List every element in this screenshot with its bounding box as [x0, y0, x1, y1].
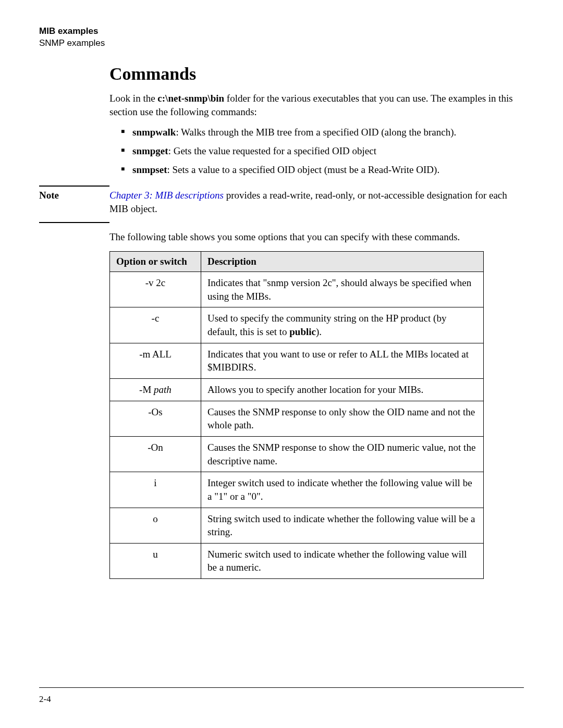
desc-cell: Allows you to specify another location f…	[201, 379, 484, 401]
cmd-name: snmpget	[132, 145, 168, 156]
desc-cell: Indicates that "snmp version 2c", should…	[201, 272, 484, 307]
table-row: o String switch used to indicate whether…	[110, 508, 484, 543]
options-table: Option or switch Description -v 2c Indic…	[109, 251, 484, 579]
header-title: MIB examples	[39, 26, 524, 36]
note-text: Chapter 3: MIB descriptions provides a r…	[109, 186, 524, 223]
cmd-name: snmpwalk	[132, 127, 176, 138]
note-link[interactable]: Chapter 3: MIB descriptions	[109, 190, 224, 201]
opt-cell: -v 2c	[110, 272, 201, 307]
desc-cell: Indicates that you want to use or refer …	[201, 343, 484, 378]
note-label: Note	[39, 190, 59, 201]
table-row: -c Used to specify the community string …	[110, 307, 484, 343]
table-row: -v 2c Indicates that "snmp version 2c", …	[110, 272, 484, 307]
opt-cell: -Os	[110, 401, 201, 436]
section-heading: Commands	[109, 64, 524, 84]
header-subtitle: SNMP examples	[39, 38, 524, 48]
list-item: snmpset: Sets a value to a specified OID…	[121, 163, 524, 177]
opt-cell: -M path	[110, 379, 201, 401]
table-row: -On Causes the SNMP response to show the…	[110, 436, 484, 472]
cmd-desc: : Walks through the MIB tree from a spec…	[176, 127, 456, 138]
main-content: Commands Look in the c:\net-snmp\bin fol…	[109, 64, 524, 176]
desc-cell: Integer switch used to indicate whether …	[201, 472, 484, 508]
table-row: i Integer switch used to indicate whethe…	[110, 472, 484, 508]
table-row: u Numeric switch used to indicate whethe…	[110, 543, 484, 578]
command-list: snmpwalk: Walks through the MIB tree fro…	[121, 126, 524, 176]
desc-cell: String switch used to indicate whether t…	[201, 508, 484, 543]
opt-cell: o	[110, 508, 201, 543]
cmd-desc: : Gets the value requested for a specifi…	[168, 145, 376, 156]
note-block: Note Chapter 3: MIB descriptions provide…	[39, 186, 524, 223]
opt-cell: -c	[110, 307, 201, 343]
list-item: snmpwalk: Walks through the MIB tree fro…	[121, 126, 524, 139]
desc-cell: Used to specify the community string on …	[201, 307, 484, 343]
table-header-row: Option or switch Description	[110, 252, 484, 272]
cmd-name: snmpset	[132, 164, 167, 175]
table-row: -M path Allows you to specify another lo…	[110, 379, 484, 401]
intro-bold-path: c:\net-snmp\bin	[157, 93, 224, 104]
list-item: snmpget: Gets the value requested for a …	[121, 144, 524, 158]
col-header-option: Option or switch	[110, 252, 201, 272]
page-footer: 2-4	[39, 687, 524, 705]
table-intro: The following table shows you some optio…	[109, 231, 524, 243]
page-number: 2-4	[39, 694, 51, 704]
desc-cell: Numeric switch used to indicate whether …	[201, 543, 484, 578]
opt-cell: u	[110, 543, 201, 578]
note-label-box: Note	[39, 186, 109, 223]
opt-cell: -On	[110, 436, 201, 472]
desc-cell: Causes the SNMP response to only show th…	[201, 401, 484, 436]
table-row: -Os Causes the SNMP response to only sho…	[110, 401, 484, 436]
table-row: -m ALL Indicates that you want to use or…	[110, 343, 484, 378]
opt-cell: -m ALL	[110, 343, 201, 378]
intro-prefix: Look in the	[109, 93, 157, 104]
opt-cell: i	[110, 472, 201, 508]
col-header-description: Description	[201, 252, 484, 272]
cmd-desc: : Sets a value to a specified OID object…	[167, 164, 440, 175]
desc-cell: Causes the SNMP response to show the OID…	[201, 436, 484, 472]
page-header: MIB examples SNMP examples	[39, 26, 524, 48]
intro-paragraph: Look in the c:\net-snmp\bin folder for t…	[109, 92, 524, 118]
